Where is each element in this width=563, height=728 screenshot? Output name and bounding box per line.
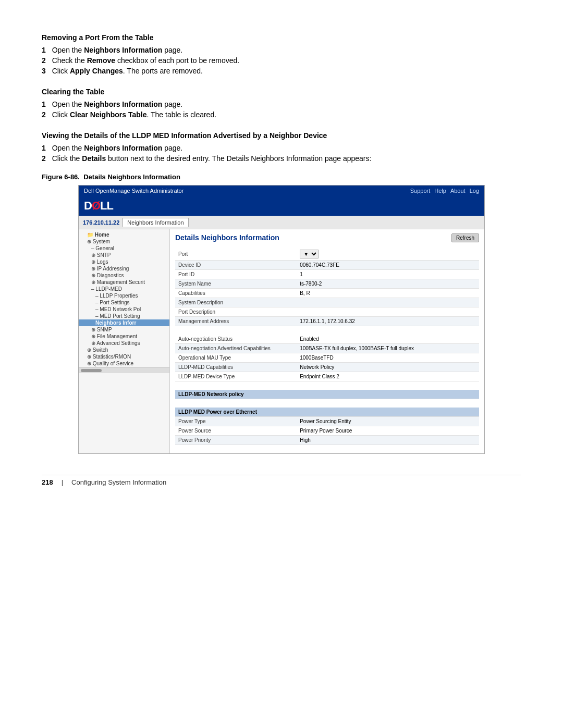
dell-sidebar: 📁 Home ⊕ System – General ⊕ SNTP ⊕ Logs … bbox=[79, 229, 170, 453]
lldp-med-network-policy-header: LLDP-MED Network policy bbox=[175, 390, 479, 399]
sidebar-item-lldp-med[interactable]: – LLDP-MED bbox=[79, 286, 169, 292]
value-device-id: 0060.704C.73FE bbox=[297, 261, 479, 270]
dell-body: 📁 Home ⊕ System – General ⊕ SNTP ⊕ Logs … bbox=[79, 229, 484, 453]
value-port: ▼ bbox=[297, 248, 479, 261]
info-table-2: Auto-negotiation Status Enabled Auto-neg… bbox=[175, 335, 479, 381]
sidebar-item-qos[interactable]: ⊕ Quality of Service bbox=[79, 360, 169, 367]
sidebar-item-diagnostics[interactable]: ⊕ Diagnostics bbox=[79, 272, 169, 279]
label-autoneg-adv: Auto-negotiation Advertised Capabilities bbox=[175, 344, 297, 353]
value-system-name: ts-7800-2 bbox=[297, 279, 479, 289]
sidebar-item-med-network-pol[interactable]: – MED Network Pol bbox=[79, 306, 169, 313]
table-row: System Name ts-7800-2 bbox=[175, 279, 479, 289]
header-link-help[interactable]: Help bbox=[434, 188, 446, 194]
footer-separator: | bbox=[62, 478, 63, 486]
table-row: Port Description bbox=[175, 307, 479, 317]
lldp-med-poe-header: LLDP MED Power over Ethernet bbox=[175, 408, 479, 417]
header-link-log[interactable]: Log bbox=[470, 188, 479, 194]
step-2: 2 Check the Remove checkbox of each port… bbox=[42, 56, 521, 65]
sidebar-item-snmp[interactable]: ⊕ SNMP bbox=[79, 326, 169, 333]
table-row-poe-header: LLDP MED Power over Ethernet bbox=[175, 408, 479, 417]
label-system-name: System Name bbox=[175, 279, 297, 289]
sidebar-item-logs[interactable]: ⊕ Logs bbox=[79, 258, 169, 265]
table-row: Management Address 172.16.1.1, 172.10.6.… bbox=[175, 317, 479, 326]
table-row-header: LLDP-MED Network policy bbox=[175, 390, 479, 399]
label-port-desc: Port Description bbox=[175, 307, 297, 317]
label-port-id: Port ID bbox=[175, 270, 297, 279]
header-link-support[interactable]: Support bbox=[410, 188, 431, 194]
refresh-button[interactable]: Refresh bbox=[451, 233, 479, 242]
sidebar-item-lldp-properties[interactable]: – LLDP Properties bbox=[79, 292, 169, 299]
value-power-source: Primary Power Source bbox=[297, 426, 479, 436]
dell-nav-ip[interactable]: 176.210.11.22 bbox=[83, 219, 119, 226]
value-mgmt-addr: 172.16.1.1, 172.10.6.32 bbox=[297, 317, 479, 326]
table-row: System Description bbox=[175, 298, 479, 307]
header-link-about[interactable]: About bbox=[450, 188, 466, 194]
sidebar-item-home[interactable]: 📁 Home bbox=[79, 231, 169, 238]
sidebar-item-file-mgmt[interactable]: ⊕ File Management bbox=[79, 333, 169, 340]
table-row: Operational MAU Type 1000BaseTFD bbox=[175, 353, 479, 363]
table-row: Port ▼ bbox=[175, 248, 479, 261]
value-port-id: 1 bbox=[297, 270, 479, 279]
sidebar-item-system[interactable]: ⊕ System bbox=[79, 238, 169, 245]
label-lldp-med-dev: LLDP-MED Device Type bbox=[175, 372, 297, 381]
label-lldp-med-cap: LLDP-MED Capabilities bbox=[175, 363, 297, 372]
step-1: 1 Open the Neighbors Information page. bbox=[42, 46, 521, 54]
sidebar-item-general[interactable]: – General bbox=[79, 245, 169, 252]
view-step-1: 1 Open the Neighbors Information page. bbox=[42, 144, 521, 152]
sidebar-item-adv-settings[interactable]: ⊕ Advanced Settings bbox=[79, 340, 169, 347]
dell-nav-bar: 176.210.11.22 Neighbors Information bbox=[79, 216, 484, 229]
dell-ui-screenshot: Dell OpenManage Switch Administrator Sup… bbox=[78, 185, 485, 454]
step-3: 3 Click Apply Changes. The ports are rem… bbox=[42, 67, 521, 75]
sidebar-scrollbar[interactable] bbox=[79, 367, 169, 373]
sidebar-item-switch[interactable]: ⊕ Switch bbox=[79, 347, 169, 353]
label-device-id: Device ID bbox=[175, 261, 297, 270]
label-capabilities: Capabilities bbox=[175, 289, 297, 298]
sidebar-item-neighbors-info[interactable]: Neighbors Inforr bbox=[79, 319, 169, 326]
dell-logo: DØLL bbox=[84, 199, 113, 213]
section-removing-port: Removing a Port From the Table 1 Open th… bbox=[42, 33, 521, 75]
footer-chapter-title: Configuring System Information bbox=[71, 478, 166, 486]
label-power-priority: Power Priority bbox=[175, 436, 297, 445]
value-op-mau: 1000BaseTFD bbox=[297, 353, 479, 363]
value-capabilities: B, R bbox=[297, 289, 479, 298]
section-divider-1 bbox=[175, 330, 479, 335]
label-autoneg-status: Auto-negotiation Status bbox=[175, 335, 297, 344]
dell-logo-bar: DØLL bbox=[79, 196, 484, 216]
sidebar-item-stats-rmon[interactable]: ⊕ Statistics/RMON bbox=[79, 353, 169, 360]
dell-nav-tab[interactable]: Neighbors Information bbox=[123, 218, 188, 227]
table-row: Port ID 1 bbox=[175, 270, 479, 279]
dell-main-content: Refresh Details Neighbors Information Po… bbox=[170, 229, 484, 453]
value-system-desc bbox=[297, 298, 479, 307]
steps-clearing: 1 Open the Neighbors Information page. 2… bbox=[42, 100, 521, 119]
sidebar-item-port-settings[interactable]: – Port Settings bbox=[79, 299, 169, 306]
value-power-type: Power Sourcing Entity bbox=[297, 417, 479, 426]
dell-header-links: Support Help About Log bbox=[410, 188, 479, 194]
sidebar-item-sntp[interactable]: ⊕ SNTP bbox=[79, 252, 169, 258]
table-row: Power Type Power Sourcing Entity bbox=[175, 417, 479, 426]
table-row: Auto-negotiation Status Enabled bbox=[175, 335, 479, 344]
main-title: Details Neighbors Information bbox=[175, 233, 479, 242]
value-autoneg-adv: 100BASE-TX full duplex, 1000BASE-T full … bbox=[297, 344, 479, 353]
info-table-1: Port ▼ Device ID 0060.704C.73FE Port ID … bbox=[175, 248, 479, 326]
sidebar-item-mgmt-security[interactable]: ⊕ Management Securit bbox=[79, 279, 169, 286]
sidebar-item-med-port-setting[interactable]: – MED Port Setting bbox=[79, 313, 169, 319]
table-row: Power Priority High bbox=[175, 436, 479, 445]
value-autoneg-status: Enabled bbox=[297, 335, 479, 344]
label-system-desc: System Description bbox=[175, 298, 297, 307]
section-clearing: Clearing the Table 1 Open the Neighbors … bbox=[42, 88, 521, 119]
sidebar-item-ip-addressing[interactable]: ⊕ IP Addressing bbox=[79, 265, 169, 272]
dell-header-title: Dell OpenManage Switch Administrator bbox=[84, 188, 183, 194]
port-select[interactable]: ▼ bbox=[300, 250, 319, 258]
table-row: Device ID 0060.704C.73FE bbox=[175, 261, 479, 270]
table-row: Auto-negotiation Advertised Capabilities… bbox=[175, 344, 479, 353]
clear-step-1: 1 Open the Neighbors Information page. bbox=[42, 100, 521, 108]
info-table-4: LLDP MED Power over Ethernet Power Type … bbox=[175, 408, 479, 445]
section-heading-clearing: Clearing the Table bbox=[42, 88, 521, 96]
table-row: LLDP-MED Capabilities Network Policy bbox=[175, 363, 479, 372]
dell-header: Dell OpenManage Switch Administrator Sup… bbox=[79, 186, 484, 196]
clear-step-2: 2 Click Clear Neighbors Table. The table… bbox=[42, 110, 521, 119]
value-port-desc bbox=[297, 307, 479, 317]
figure-label: Figure 6-86. Details Neighbors Informati… bbox=[42, 173, 521, 181]
section-divider-2 bbox=[175, 386, 479, 390]
label-power-source: Power Source bbox=[175, 426, 297, 436]
